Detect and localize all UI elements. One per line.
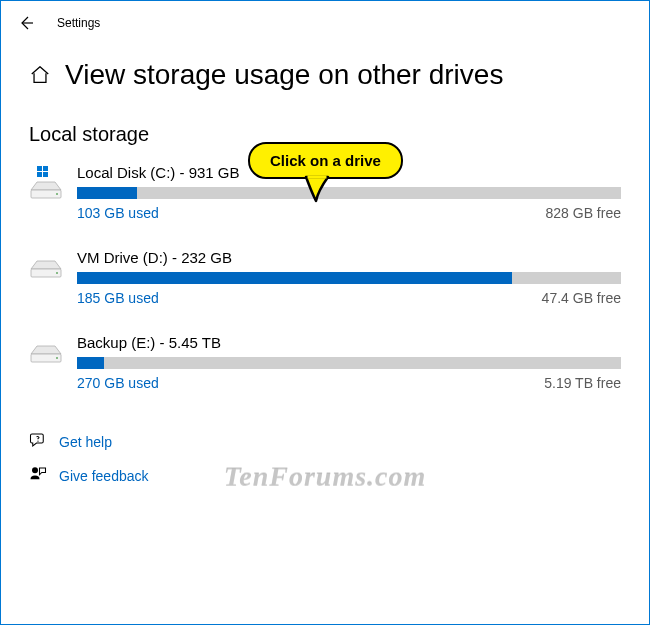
arrow-left-icon bbox=[17, 14, 35, 32]
get-help-label: Get help bbox=[59, 434, 112, 450]
drive-used-text: 103 GB used bbox=[77, 205, 159, 221]
drive-usage-bar bbox=[77, 272, 621, 284]
drive-title: Backup (E:) - 5.45 TB bbox=[77, 334, 621, 351]
help-icon bbox=[29, 431, 47, 453]
page-title: View storage usage on other drives bbox=[65, 59, 503, 91]
drive-usage-bar bbox=[77, 357, 621, 369]
feedback-icon bbox=[29, 465, 47, 487]
home-icon[interactable] bbox=[29, 64, 51, 86]
drive-icon bbox=[29, 166, 63, 200]
svg-point-6 bbox=[56, 193, 58, 195]
drive-row[interactable]: VM Drive (D:) - 232 GB 185 GB used 47.4 … bbox=[29, 249, 621, 306]
svg-rect-4 bbox=[43, 172, 48, 177]
give-feedback-label: Give feedback bbox=[59, 468, 149, 484]
drive-icon bbox=[29, 251, 63, 285]
drive-usage-bar bbox=[77, 187, 621, 199]
get-help-link[interactable]: Get help bbox=[29, 425, 621, 459]
svg-point-11 bbox=[37, 441, 38, 442]
back-button[interactable] bbox=[17, 14, 35, 32]
annotation-tail-icon bbox=[302, 175, 332, 203]
drive-free-text: 47.4 GB free bbox=[542, 290, 621, 306]
drive-free-text: 5.19 TB free bbox=[544, 375, 621, 391]
annotation-callout: Click on a drive bbox=[248, 142, 403, 179]
drive-row[interactable]: Backup (E:) - 5.45 TB 270 GB used 5.19 T… bbox=[29, 334, 621, 391]
drive-free-text: 828 GB free bbox=[546, 205, 622, 221]
drive-title: VM Drive (D:) - 232 GB bbox=[77, 249, 621, 266]
window-title: Settings bbox=[57, 16, 100, 30]
drive-used-text: 270 GB used bbox=[77, 375, 159, 391]
svg-rect-2 bbox=[43, 166, 48, 171]
drive-used-text: 185 GB used bbox=[77, 290, 159, 306]
svg-point-8 bbox=[56, 272, 58, 274]
svg-rect-3 bbox=[37, 172, 42, 177]
svg-point-10 bbox=[56, 357, 58, 359]
drive-icon bbox=[29, 336, 63, 370]
annotation-text: Click on a drive bbox=[248, 142, 403, 179]
svg-rect-1 bbox=[37, 166, 42, 171]
svg-point-12 bbox=[32, 467, 38, 473]
give-feedback-link[interactable]: Give feedback bbox=[29, 459, 621, 493]
